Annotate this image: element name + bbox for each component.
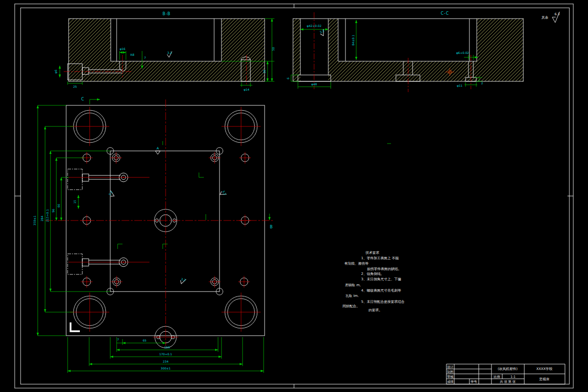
tb-label-design: 设计 (447, 365, 454, 369)
dim-bb-height: 50 (271, 47, 275, 51)
roughness-symbol-cc: 3.2 (319, 29, 326, 37)
cad-drawing-sheet: 其余 6.3 B-B φ16 R8 7 φ6 25 50 (0, 0, 588, 392)
dim-bottom-0: 7 (117, 338, 119, 341)
dim-bottom-1: 65 (143, 339, 147, 342)
side-core-upper (68, 169, 128, 190)
svg-text:3.2: 3.2 (221, 190, 227, 196)
dim-bb-pin-h: 35 (263, 70, 266, 74)
dim-side-core: 15 (73, 200, 76, 204)
small-holes (83, 154, 249, 286)
section-view-bb: B-B φ16 R8 7 φ6 25 50 35 φ14 (54, 12, 275, 92)
dim-bb-block-dia: φ6 (54, 70, 58, 74)
notes-line-4: 2、锐角倒钝。 (361, 272, 384, 276)
technical-notes: 技术要求 1、零件加工表面上 不能 有划痕、擦伤等 损伤零件表面的缺陷。 2、锐… (343, 251, 404, 312)
hole-crosshairs (69, 152, 251, 337)
svg-text:3.2: 3.2 (167, 51, 172, 54)
side-core-lower (68, 254, 128, 274)
svg-text:A: A (157, 147, 159, 150)
tb-label-grade: 成绩 (447, 380, 454, 384)
cad-canvas: 其余 6.3 B-B φ16 R8 7 φ6 25 50 (0, 0, 588, 392)
gate-marks (118, 141, 391, 249)
datum-flag-a: A (155, 147, 160, 154)
notes-line-2: 有划痕、擦伤等 (344, 262, 368, 266)
tb-scale-value: 1:1 (511, 375, 515, 379)
dim-cc-pin-foot-h: 2 (481, 81, 483, 85)
notes-title: 技术要求 (365, 251, 379, 255)
roughness-symbol-plan-3: 3.2 (179, 277, 186, 285)
svg-text:3.2: 3.2 (181, 277, 187, 282)
dim-cc-hole-top: φ42+0.02 (307, 24, 321, 28)
dim-bottom-4: 234 (163, 360, 169, 363)
section-cc-title: C-C (441, 11, 449, 16)
roughness-symbol-bb: 3.2 (167, 51, 172, 57)
notes-line-5: 3、未注倒角尺寸上、下偏 (361, 277, 401, 281)
section-bb-title: B-B (163, 12, 171, 16)
notes-line-3: 损伤零件表面的缺陷。 (367, 267, 401, 271)
dim-bb-tube-depth: 7 (144, 56, 146, 59)
dim-cc-pin-dia: φ6+0.02 (456, 51, 469, 55)
dim-left-4: 350±1 (33, 216, 36, 225)
notes-line-11: 的要求。 (368, 308, 382, 312)
dim-left-2: 215+0.1 (46, 209, 49, 222)
plan-view: C B A 3.2 3.2 3.2 15 (45, 97, 391, 348)
dim-bb-tube-dia: φ16 (120, 47, 125, 51)
tb-label-id: 学号 (471, 380, 478, 384)
roughness-symbol-plan-1: 3.2 (108, 190, 116, 197)
section-arrow-c (90, 99, 100, 104)
notes-line-6: 差轴取 m, (345, 283, 361, 287)
dim-cc-foot-dia: φ48 (311, 82, 317, 86)
guide-pillar-holes (74, 110, 257, 328)
section-view-cc: C-C φ42+0.02 84±0.1 φ6+0.02 φ48 6 (286, 11, 523, 92)
dim-left-1: 96 (51, 209, 55, 213)
notes-line-7: 4、螺纹表面尺寸去毛刺等 (361, 289, 401, 293)
tb-label-check: 审核 (447, 375, 454, 379)
notes-line-1: 1、零件加工表面上 不能 (361, 256, 399, 260)
dim-bottom-2: 155 (164, 345, 170, 349)
dim-cc-pin-foot: φ11 (457, 84, 463, 88)
dim-left-0: 66 (57, 204, 60, 208)
tb-label-draw: 制图 (447, 370, 454, 374)
title-block: 设计 制图 审核 成绩 学号 (吹风机塑件) 比例 1:1 共 张 第 张 XX… (446, 364, 565, 384)
tb-sheet-label: 共 张 第 张 (500, 380, 516, 384)
tb-part-name: 定模座 (539, 377, 550, 381)
dim-cc-foot-h: 6 (286, 77, 290, 79)
pillar-crosshairs (70, 107, 261, 332)
notes-line-8: 孔取 Im. (345, 294, 359, 298)
screw-holes (112, 154, 219, 286)
plan-main-centerlines (45, 99, 273, 346)
dim-bottom-5: 300±1 (161, 367, 171, 370)
tb-scale-label: 比例 (494, 375, 500, 379)
section-label-b: B (270, 225, 273, 229)
notes-line-9: 5、未注明配合是按要求结合 (361, 299, 404, 304)
dim-bottom-3: 170+0.1 (159, 352, 172, 356)
dim-bb-fillet: R8 (130, 53, 134, 56)
svg-text:3.2: 3.2 (108, 190, 113, 196)
section-label-c: C (81, 97, 85, 101)
tb-school-name: XXXX学校 (536, 367, 552, 371)
finish-prefix-label: 其余 (541, 16, 548, 20)
dim-bb-block-w: 25 (73, 85, 77, 88)
dim-left-3: 284 (40, 216, 44, 221)
dim-cc-depth: 84±0.1 (351, 35, 355, 46)
tb-product-name: (吹风机塑件) (498, 367, 518, 371)
dim-bb-pin-dia: φ14 (244, 88, 249, 92)
notes-line-10: 间隙配合。 (343, 304, 360, 308)
surface-finish-note: 其余 6.3 (541, 12, 560, 23)
roughness-symbol-plan-2: 3.2 (219, 190, 227, 197)
